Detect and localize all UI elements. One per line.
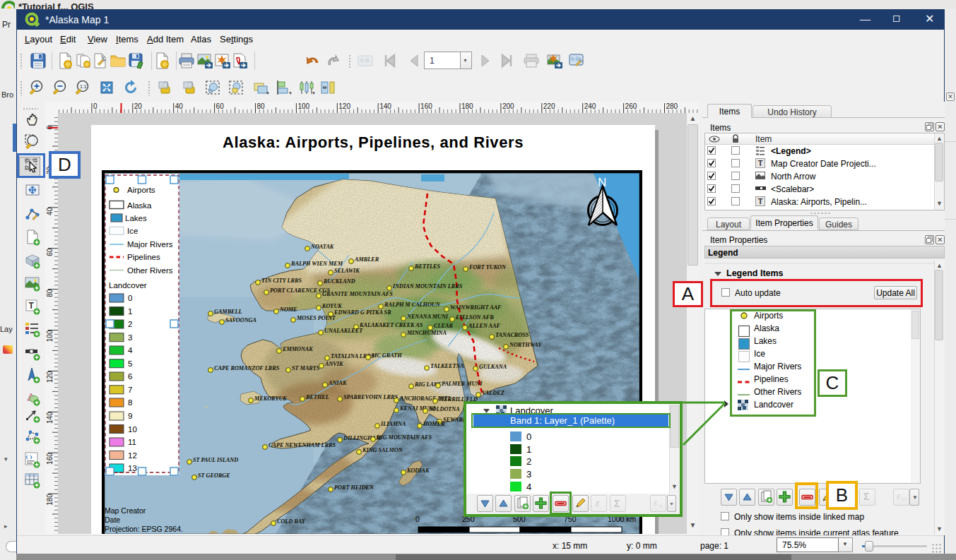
svg-text:40: 40 [175,102,184,110]
svg-text:T: T [29,301,35,311]
svg-text:7: 7 [128,386,132,394]
svg-text:220: 220 [543,102,555,110]
svg-text:TALKEETNA: TALKEETNA [430,363,464,369]
svg-text:Ice: Ice [127,227,138,235]
svg-text:13: 13 [128,464,137,472]
svg-text:BETHEL: BETHEL [305,394,329,400]
svg-text:0: 0 [415,515,420,523]
svg-text:80: 80 [257,102,266,110]
svg-text:EMMONAK: EMMONAK [282,346,313,352]
svg-text:RALPH WIEN MEM: RALPH WIEN MEM [290,261,343,267]
svg-text:BETTLES: BETTLES [414,263,440,270]
svg-text:SPARREVOHN LRRS: SPARREVOHN LRRS [343,394,398,400]
svg-text:ST MARYS: ST MARYS [292,365,320,371]
svg-text:5: 5 [128,359,132,368]
svg-text:1: 1 [128,307,132,316]
svg-text:240: 240 [584,102,596,110]
svg-text:NENANA MUNI: NENANA MUNI [406,314,449,320]
svg-text:180: 180 [461,102,473,110]
svg-text:NOATAK: NOATAK [310,244,334,250]
svg-text:20: 20 [134,102,143,110]
svg-text:ANVIK: ANVIK [324,361,343,367]
svg-text:KODIAK: KODIAK [406,467,430,474]
svg-text:100: 100 [297,102,309,110]
svg-text:Projection: EPSG 2964.: Projection: EPSG 2964. [105,525,183,533]
svg-text:Pipelines: Pipelines [127,253,160,261]
svg-text:MOSES POINT: MOSES POINT [296,315,336,321]
svg-text:4: 4 [128,346,133,355]
svg-text:Airports: Airports [127,186,155,194]
svg-text:PORT HEIDEN: PORT HEIDEN [334,484,374,491]
svg-text:80: 80 [46,289,54,297]
svg-text:NORTHWAY: NORTHWAY [509,342,542,348]
svg-text:200: 200 [502,102,514,110]
svg-text:EIELSON AFB: EIELSON AFB [455,314,494,321]
svg-text:160: 160 [46,453,54,465]
svg-text:BIG MOUNTAIN AFS: BIG MOUNTAIN AFS [376,434,432,441]
svg-text:160: 160 [420,102,432,110]
svg-text:MEKORYUK: MEKORYUK [254,395,287,402]
svg-text:0: 0 [128,294,132,302]
svg-text:140: 140 [379,102,391,110]
svg-text:2: 2 [128,320,132,328]
svg-text:GAMBELL: GAMBELL [214,309,242,315]
svg-text:N: N [598,176,606,189]
svg-text:100: 100 [46,330,54,342]
svg-text:Alaska: Alaska [127,201,152,210]
svg-text:8: 8 [128,398,132,407]
svg-text:KALAKAKET CREEK AS: KALAKAKET CREEK AS [359,322,423,328]
svg-text:INDIAN MOUNTAIN LRRS: INDIAN MOUNTAIN LRRS [392,283,463,290]
svg-text:AMBLER: AMBLER [354,256,379,263]
svg-text:40: 40 [46,207,54,215]
svg-text:TANACROSS: TANACROSS [495,332,529,338]
svg-text:MINCHUMINA: MINCHUMINA [406,330,447,336]
svg-text:SOLDOTNA: SOLDOTNA [429,406,460,412]
svg-text:GULKANA: GULKANA [479,364,507,370]
svg-text:BUCKLAND: BUCKLAND [323,278,355,285]
svg-text:UNALAKLEET: UNALAKLEET [324,328,363,334]
svg-text:Landcover: Landcover [109,281,147,290]
svg-text:6: 6 [128,372,132,381]
svg-text:TIN CITY LRRS: TIN CITY LRRS [261,278,302,284]
svg-text:0: 0 [93,102,98,110]
svg-text:ANIAK: ANIAK [328,380,347,386]
svg-text:Date: Date [105,516,120,524]
svg-text:10: 10 [128,425,137,434]
svg-text:60: 60 [46,248,54,256]
svg-text:60: 60 [216,102,225,110]
svg-text:Map Creator: Map Creator [105,506,146,515]
svg-text:CAPE ROMANZOF LRRS: CAPE ROMANZOF LRRS [214,365,280,371]
svg-text:SELAWIK: SELAWIK [334,268,360,274]
svg-text:3: 3 [128,333,132,342]
svg-text:GRANITE MOUNTAIN AFS: GRANITE MOUNTAIN AFS [322,291,393,297]
svg-text:CAPE NEWENHAM LRRS: CAPE NEWENHAM LRRS [268,442,336,448]
svg-text:MC GRATH: MC GRATH [371,352,402,359]
svg-text:280: 280 [666,102,678,110]
svg-text:PORT CLARENCE CGS: PORT CLARENCE CGS [270,287,331,294]
svg-text:NOME: NOME [279,306,297,313]
svg-text:11: 11 [128,438,136,446]
svg-text:12: 12 [128,451,137,460]
svg-text:ST GEORGE: ST GEORGE [198,472,230,479]
svg-text:RALPH M CALHOUN: RALPH M CALHOUN [384,302,441,308]
svg-text:120: 120 [338,102,350,110]
svg-text:180: 180 [46,494,54,506]
svg-text:PALMER MUNI: PALMER MUNI [442,381,483,387]
svg-text:9: 9 [128,412,132,420]
svg-text:Other Rivers: Other Rivers [127,266,173,275]
svg-text:FORT YUKON: FORT YUKON [468,264,507,270]
svg-text:WAINWRIGHT AAF: WAINWRIGHT AAF [450,304,502,311]
svg-text:COLD BAY: COLD BAY [277,518,306,525]
svg-text:Lakes: Lakes [125,214,147,222]
svg-text:VALDEZ: VALDEZ [482,390,504,396]
svg-text:ST PAUL ISLAND: ST PAUL ISLAND [193,457,238,463]
svg-text:260: 260 [625,102,637,110]
svg-text:ALLEN AAF: ALLEN AAF [468,323,501,329]
svg-text:SAVOONGA: SAVOONGA [225,317,257,323]
svg-text:Major Rivers: Major Rivers [127,240,173,249]
svg-text:KING SALMON: KING SALMON [362,447,403,453]
svg-text:KOYUK: KOYUK [321,303,342,309]
svg-text:ILIAMNA: ILIAMNA [380,421,406,427]
svg-text:140: 140 [46,412,54,424]
svg-text:DILLINGHAM: DILLINGHAM [343,435,382,441]
